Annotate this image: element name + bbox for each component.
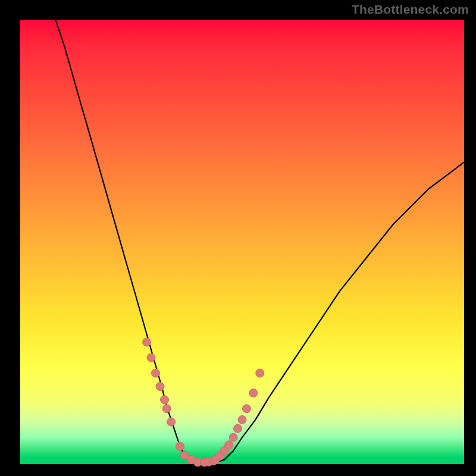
watermark-text: TheBottleneck.com — [352, 2, 469, 17]
chart-frame: TheBottleneck.com — [0, 0, 476, 476]
marker-point — [167, 418, 176, 426]
marker-point — [176, 442, 184, 450]
marker-point — [162, 405, 171, 413]
marker-point — [225, 441, 233, 449]
chart-svg — [20, 20, 464, 464]
marker-point — [161, 396, 169, 404]
marker-point — [249, 389, 258, 397]
plot-area — [20, 20, 464, 464]
marker-point — [156, 383, 164, 391]
marker-point — [143, 338, 151, 346]
marker-point — [234, 424, 242, 433]
marker-group — [143, 338, 264, 466]
marker-point — [152, 369, 160, 377]
marker-point — [229, 433, 237, 441]
marker-point — [243, 405, 251, 413]
marker-point — [147, 353, 155, 362]
marker-point — [238, 415, 246, 424]
bottleneck-curve — [56, 20, 464, 464]
marker-point — [256, 369, 264, 377]
